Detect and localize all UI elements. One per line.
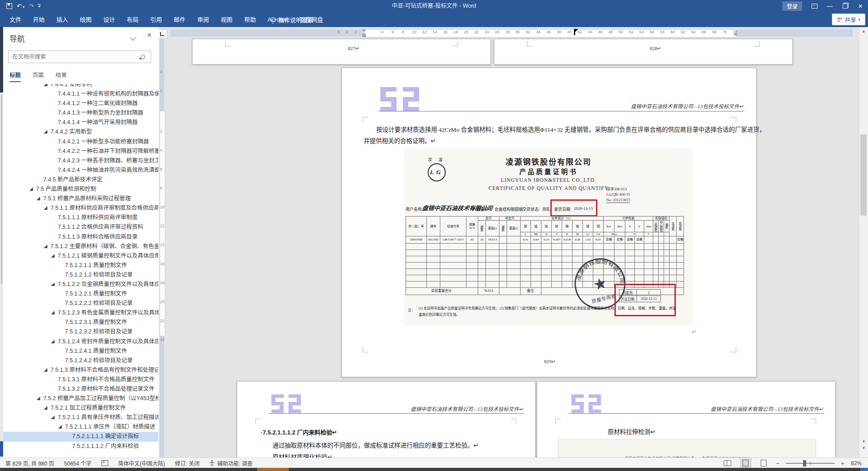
expand-triangle-icon[interactable] <box>37 197 40 200</box>
expand-triangle-icon[interactable] <box>44 130 47 134</box>
expand-triangle-icon[interactable] <box>44 368 47 372</box>
expand-triangle-icon[interactable] <box>37 397 40 400</box>
heading-item[interactable]: 7.4.4.1.1 一种设有锁死机构的封隔器及使用方法 <box>3 89 158 99</box>
track-changes-indicator[interactable]: 修订: 关闭 <box>175 459 200 467</box>
expand-triangle-icon[interactable] <box>44 245 47 248</box>
accessibility-status[interactable]: 辅助功能: 调查 <box>209 459 253 467</box>
heading-item[interactable]: 7.4.4.2.3 一种丢手封隔器、桥塞与坐封工具的连... <box>3 156 158 166</box>
previous-page-icon[interactable]: ▲ <box>862 439 866 443</box>
heading-item[interactable]: 7.5.1.2 主要原材料（碳钢、合金钢、有色金属、密... <box>3 242 158 251</box>
heading-item[interactable]: 7.5.2.1.1.1 承压件（液缸）材质描述 <box>3 422 158 432</box>
ribbon-tab[interactable]: 设计 <box>97 12 121 27</box>
nav-scrollbar[interactable] <box>1 95 2 284</box>
heading-item[interactable]: 7.5.2 桥塞产品加工过程质量控制（以Y453型桥塞为例） <box>3 394 158 403</box>
page-831[interactable]: 盘锦中亚石油技术有限公司—13包技术投标文件↵ 原材料拉伸检测↵ 盘锦中亚石油技… <box>537 381 836 457</box>
heading-item[interactable]: 7.4.4.2.1 一种新型多功能桥塞封隔器 <box>3 137 158 147</box>
zoom-slider[interactable] <box>786 463 835 464</box>
heading-item[interactable]: 7.5.1.2.1.1 质量控制文件 <box>3 261 158 270</box>
scroll-up-icon[interactable]: ▲ <box>862 29 866 33</box>
heading-item[interactable]: 7.4.4.1.4 一种油气开采用封隔器 <box>3 118 158 127</box>
tab-selector-button[interactable] <box>159 29 167 38</box>
expand-triangle-icon[interactable] <box>44 84 47 86</box>
language-indicator[interactable]: 简体中文(中国大陆) <box>118 459 165 467</box>
ribbon-tab[interactable]: 绘图 <box>74 12 97 27</box>
minimize-button[interactable]: — <box>822 0 837 12</box>
left-indent-marker[interactable] <box>362 35 366 37</box>
expand-triangle-icon[interactable] <box>29 187 33 191</box>
page-indicator[interactable]: 第 829 页, 共 980 页 <box>5 459 54 467</box>
share-button[interactable]: 共享▾ <box>832 14 865 25</box>
nav-tab[interactable]: 标题 <box>9 70 21 82</box>
vertical-scrollbar[interactable]: ▲ ▲ ▼ <box>859 27 868 457</box>
heading-item[interactable]: 7.5.1.3.2 原材料不合格品处理记录文件 <box>3 384 158 394</box>
proofing-error-icon[interactable]: ✗ <box>102 460 108 466</box>
search-icon[interactable] <box>141 55 145 59</box>
expand-triangle-icon[interactable] <box>51 340 55 343</box>
heading-item[interactable]: 7.5.1.1.1 原材料供应商评审制度 <box>3 213 158 222</box>
ribbon-tab[interactable]: 审阅 <box>191 12 215 27</box>
chevron-down-icon[interactable] <box>130 34 136 41</box>
expand-triangle-icon[interactable] <box>44 406 47 410</box>
document-canvas[interactable]: 642 468101214161820222426283032343638404… <box>159 27 859 457</box>
zoom-out-button[interactable]: − <box>776 460 780 467</box>
expand-triangle-icon[interactable] <box>44 206 47 210</box>
heading-item[interactable]: 7.5.1.2.1.2 检验项目及记录 <box>3 270 158 280</box>
nav-tab[interactable]: 页面 <box>32 70 44 82</box>
ribbon-tab[interactable]: 插入 <box>51 12 74 27</box>
heading-item[interactable]: 7.5.1.2.3.2 检验项目及记录 <box>3 327 158 337</box>
heading-item[interactable]: 7.5.2.1.1 具有承压件材质、加工过程描述内容 <box>3 413 158 422</box>
ribbon-tab[interactable]: 布局 <box>121 12 144 27</box>
expand-triangle-icon[interactable] <box>51 311 55 314</box>
heading-item[interactable]: 7.5.1.3 原材料不合格品有控制文件和处理记录文件 <box>3 365 158 375</box>
heading-item[interactable]: 7.4.4.2 实用新型 <box>3 127 158 137</box>
heading-item[interactable]: 7.4.4.1 发明专利 <box>3 84 158 89</box>
sign-in-button[interactable]: 登录 <box>782 1 802 11</box>
vertical-ruler[interactable]: 4224681012141618202224 <box>159 38 165 457</box>
ribbon-tab[interactable]: 开始 <box>27 12 51 27</box>
heading-item[interactable]: 7.4.4.2.4 一种抽油井防污染高效热洗清蜡管柱 <box>3 166 158 175</box>
close-icon[interactable]: × <box>147 31 152 40</box>
close-button[interactable]: × <box>853 0 868 12</box>
page-828[interactable]: 828↵ <box>494 39 793 65</box>
restore-button[interactable] <box>837 0 853 12</box>
expand-triangle-icon[interactable] <box>51 282 55 286</box>
zoom-in-button[interactable]: + <box>841 460 845 467</box>
zoom-level[interactable]: 82% <box>851 460 862 466</box>
heading-item[interactable]: 7.5.1.2.4.1 质量控制文件 <box>3 346 158 356</box>
heading-item[interactable]: 7.5.1.2.4.2 检验项目及记录 <box>3 356 158 365</box>
expand-triangle-icon[interactable] <box>58 425 62 429</box>
zoom-slider-thumb[interactable] <box>803 460 806 466</box>
heading-item[interactable]: 7.5.1.1 原材料供应商评审制度及合格供应商名录 <box>3 203 158 213</box>
search-input[interactable] <box>9 54 141 60</box>
right-indent-marker[interactable] <box>733 32 738 35</box>
web-layout-button[interactable] <box>758 458 770 468</box>
heading-item[interactable]: 7.5.1.1.2 合格供应商评审过程资料 <box>3 222 158 232</box>
read-mode-button[interactable] <box>722 458 734 468</box>
scrollbar-thumb[interactable] <box>860 134 867 216</box>
heading-item[interactable]: 7.5 产品质量检测和控制 <box>3 185 158 194</box>
heading-item[interactable]: 7.4.4.1.3 一种新型热力坐封封隔器 <box>3 108 158 118</box>
next-page-icon[interactable]: ▼ <box>862 446 866 450</box>
ribbon-tab[interactable]: 引用 <box>144 12 168 27</box>
page-830[interactable]: 盘锦中亚石油技术有限公司—13包技术投标文件↵ ·7.5.2.1.1.1.2 厂… <box>237 381 536 457</box>
heading-item[interactable]: 7.5.1.2.1 碳钢质量控制文件以及具体应用实例资料 <box>3 251 158 261</box>
heading-item[interactable]: 7.5.2.1 加工过程质量控制文件 <box>3 403 158 413</box>
heading-item[interactable]: 7.5.1.2.2 合金钢质量控制文件以及具体应用实例... <box>3 280 158 289</box>
heading-item[interactable]: 7.4.4.1.2 一种注二氧化碳封隔器 <box>3 99 158 108</box>
heading-item[interactable]: 7.4.5 新产品新技术评定 <box>3 175 158 185</box>
expand-triangle-icon[interactable] <box>51 416 55 419</box>
nav-tab[interactable]: 结果 <box>55 70 67 82</box>
heading-item[interactable]: 7.5.1.2.3 有色金属质量控制文件以及具体应用实... <box>3 308 158 318</box>
heading-item[interactable]: 7.4.4.2.2 一种石油井下封隔器可降解桥塞 <box>3 147 158 156</box>
tell-me-search[interactable]: 操作说明搜索 <box>266 12 318 27</box>
heading-item[interactable]: 7.5.1.2.2.1 质量控制文件 <box>3 289 158 299</box>
heading-item[interactable]: 7.5.1.2.3.1 质量控制文件 <box>3 318 158 327</box>
heading-item[interactable]: 7.5.2.1.1.1.1 确定设计指标 <box>3 432 158 441</box>
word-count[interactable]: 50654 个字 <box>64 459 92 467</box>
print-layout-button[interactable] <box>740 458 752 468</box>
expand-triangle-icon[interactable] <box>51 254 55 258</box>
ribbon-display-options-button[interactable]: ^ <box>807 0 822 12</box>
heading-item[interactable]: 7.5.1.2.2.2 检验项目及记录 <box>3 299 158 308</box>
ribbon-tab[interactable]: 文件 <box>4 12 27 27</box>
page-827[interactable]: 827↵ <box>192 39 491 65</box>
